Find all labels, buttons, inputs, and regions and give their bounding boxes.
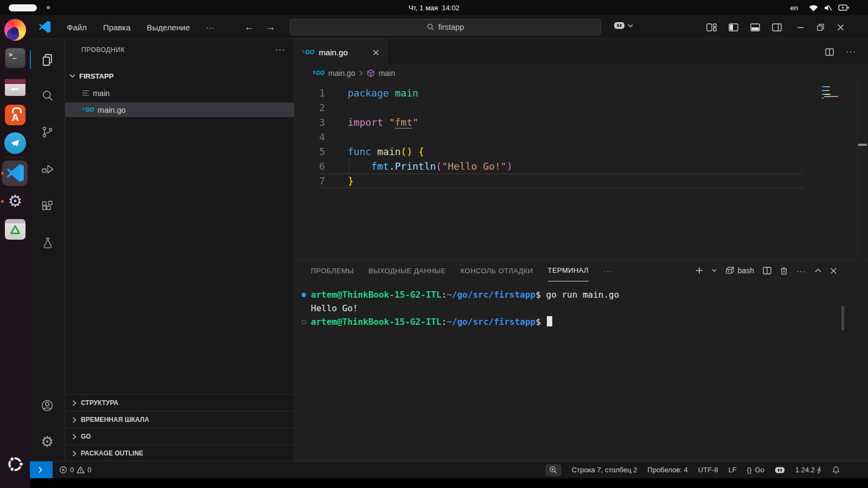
dock-item-settings[interactable]: ⚙ (4, 190, 26, 212)
file-name: main.go (98, 106, 126, 114)
split-terminal-button[interactable] (763, 267, 771, 274)
zoom-status-item[interactable] (545, 464, 561, 476)
bell-icon[interactable] (832, 466, 840, 474)
editor-more-actions[interactable]: ··· (846, 47, 856, 57)
dock-item-terminal[interactable]: >_ (4, 47, 26, 69)
activity-search[interactable] (30, 82, 65, 108)
explorer-sidebar: ПРОВОДНИК ··· FIRSTAPP main GO main.go С… (65, 39, 295, 461)
panel-tab-problems[interactable]: ПРОБЛЕМЫ (311, 260, 354, 281)
menu-overflow[interactable]: ··· (201, 21, 220, 34)
menu-file[interactable]: Файл (61, 21, 92, 34)
terminal-line[interactable]: artem@ThinkBook-15-G2-ITL:~/go/src/first… (295, 315, 868, 329)
file-row-main[interactable]: main (65, 86, 294, 100)
activity-run-debug[interactable] (30, 156, 65, 182)
section-timeline[interactable]: ВРЕМЕННАЯ ШКАЛА (65, 411, 294, 428)
code-editor[interactable]: 1package main23import "fmt"45func main()… (295, 81, 868, 259)
restore-button[interactable] (817, 24, 824, 31)
customize-layout-button[interactable] (706, 23, 717, 31)
cursor-position-item[interactable]: Строка 7, столбец 2 (572, 466, 637, 474)
new-terminal-button[interactable] (695, 267, 703, 274)
panel-more-actions[interactable]: ··· (796, 266, 806, 275)
toggle-panel-button[interactable] (750, 23, 760, 31)
os-clock[interactable]: Чт, 1 мая 14:02 (0, 0, 868, 15)
explorer-more-actions[interactable]: ··· (275, 45, 285, 55)
navigate-back-button[interactable]: ← (244, 21, 254, 33)
chevron-right-icon (72, 451, 76, 457)
dock-item-firefox[interactable] (4, 19, 26, 41)
tab-main-go[interactable]: GO main.go (295, 39, 387, 66)
terminal-lines[interactable]: artem@ThinkBook-15-G2-ITL:~/go/src/first… (295, 288, 868, 329)
panel-tab-output[interactable]: ВЫХОДНЫЕ ДАННЫЕ (368, 260, 446, 281)
breadcrumb-symbol[interactable]: main (379, 69, 395, 78)
indentation-item[interactable]: Пробелов: 4 (648, 466, 688, 474)
code-line[interactable]: 1package main (295, 86, 868, 100)
go-version-item[interactable]: 1.24.2 (795, 466, 822, 474)
code-line[interactable]: 4 (295, 130, 868, 144)
split-editor-button[interactable] (825, 48, 834, 56)
os-top-bar: Чт, 1 мая 14:02 en (0, 0, 868, 15)
copilot-status-icon[interactable] (775, 466, 785, 474)
keyboard-layout-indicator[interactable]: en (790, 4, 798, 12)
minimize-button[interactable] (797, 24, 804, 31)
section-outline[interactable]: СТРУКТУРА (65, 394, 294, 411)
code-line[interactable]: 2 (295, 100, 868, 115)
terminal-shell-item[interactable]: $ bash (725, 266, 754, 275)
menu-selection[interactable]: Выделение (142, 21, 195, 34)
dock-item-vscode[interactable] (4, 162, 26, 184)
editor-scrollbar-track[interactable] (857, 81, 858, 262)
os-status-area[interactable]: en (790, 0, 850, 15)
chevron-down-icon (628, 24, 633, 28)
toggle-primary-sidebar-button[interactable] (729, 23, 738, 31)
overview-ruler-mark (858, 144, 867, 146)
dock-item-files[interactable] (4, 76, 26, 98)
ubuntu-logo-icon (7, 455, 24, 473)
activity-source-control[interactable] (30, 119, 65, 145)
minimap[interactable] (822, 86, 854, 100)
close-window-button[interactable] (837, 24, 844, 31)
dock-item-trash[interactable] (4, 219, 26, 240)
search-icon (41, 89, 54, 102)
terminal-profile-dropdown[interactable] (712, 269, 717, 272)
panel-more-tabs[interactable]: ··· (603, 260, 613, 281)
breadcrumb-file[interactable]: main.go (328, 69, 355, 78)
kill-terminal-button[interactable] (780, 267, 788, 275)
command-center-search[interactable]: firstapp (290, 19, 601, 35)
breadcrumbs[interactable]: GO main.go main (295, 65, 868, 81)
activity-extensions[interactable] (30, 193, 65, 219)
code-line[interactable]: 5func main() { (295, 144, 868, 159)
activity-testing[interactable] (30, 230, 65, 256)
terminal-shell-name: bash (738, 266, 754, 275)
menu-edit[interactable]: Правка (98, 21, 136, 34)
remote-indicator[interactable] (30, 461, 53, 478)
problems-status-item[interactable]: 0 0 (53, 466, 98, 474)
dock-item-ubuntu-software[interactable]: A (4, 104, 26, 126)
eol-item[interactable]: LF (729, 466, 737, 474)
close-panel-button[interactable] (830, 267, 837, 274)
file-row-main-go[interactable]: GO main.go (65, 102, 294, 117)
dock-show-apps-button[interactable] (4, 453, 26, 475)
chevron-right-icon (359, 70, 363, 76)
tab-close-button[interactable] (373, 49, 379, 56)
manage-settings-button[interactable]: ⚙ (30, 429, 65, 455)
language-mode-item[interactable]: {} Go (747, 466, 764, 474)
navigate-forward-button[interactable]: → (265, 21, 276, 33)
workspace-folder-row[interactable]: FIRSTAPP (65, 69, 294, 83)
encoding-item[interactable]: UTF-8 (698, 466, 718, 474)
maximize-panel-button[interactable] (815, 268, 821, 273)
terminal-line[interactable]: artem@ThinkBook-15-G2-ITL:~/go/src/first… (295, 288, 868, 301)
code-line[interactable]: 3import "fmt" (295, 115, 868, 130)
svg-text:$: $ (727, 269, 730, 273)
section-go[interactable]: GO (65, 428, 294, 445)
dock-item-telegram[interactable] (4, 132, 26, 154)
terminal-scrollbar[interactable] (841, 306, 844, 330)
copilot-menu-button[interactable] (614, 21, 633, 30)
terminal-line[interactable]: Hello Go! (295, 301, 868, 315)
section-package-outline[interactable]: PACKAGE OUTLINE (65, 445, 294, 461)
code-line[interactable]: 6 fmt.Println("Hello Go!") (295, 159, 868, 174)
ubuntu-dock: >_ A ⚙ (0, 15, 30, 488)
account-button[interactable] (30, 393, 65, 419)
panel-tab-debug-console[interactable]: КОНСОЛЬ ОТЛАДКИ (461, 260, 533, 281)
activity-explorer[interactable] (30, 47, 65, 73)
panel-tab-terminal[interactable]: ТЕРМИНАЛ (548, 260, 589, 281)
toggle-secondary-sidebar-button[interactable] (772, 23, 782, 31)
